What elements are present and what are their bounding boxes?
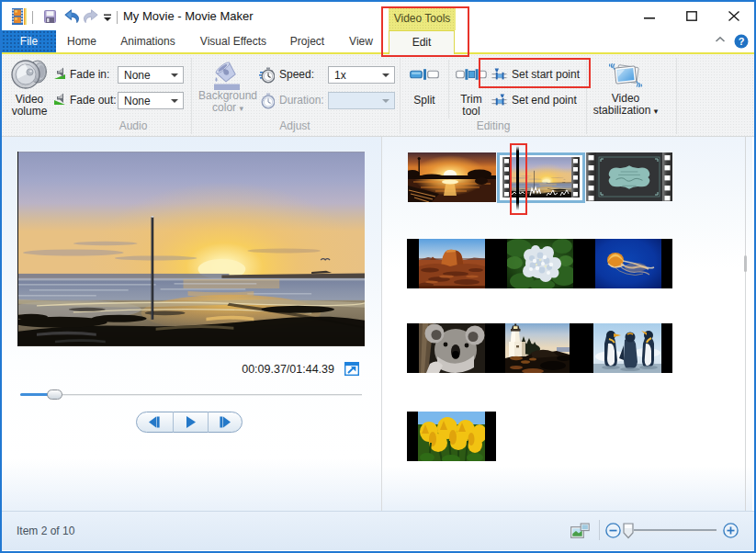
- svg-text:?: ?: [739, 36, 745, 47]
